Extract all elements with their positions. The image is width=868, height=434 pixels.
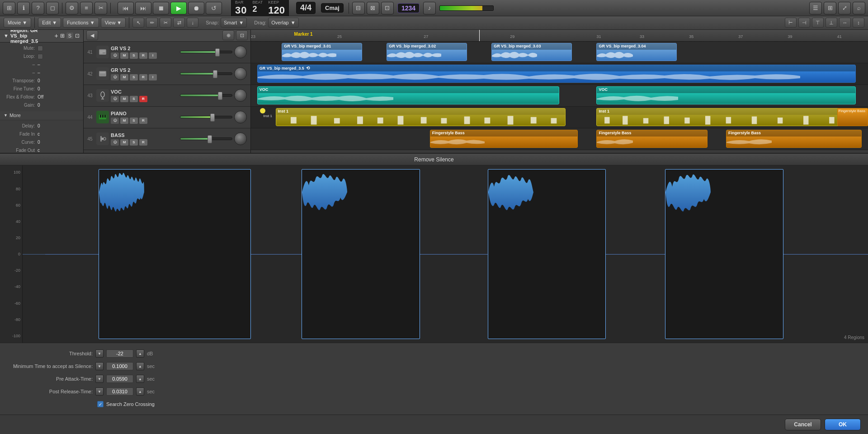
- track-add-btn[interactable]: ⊕: [222, 30, 234, 40]
- stretch-v-btn[interactable]: ↕: [853, 18, 864, 28]
- functions-menu[interactable]: Functions ▼: [63, 18, 99, 28]
- track-44-fader[interactable]: [180, 116, 233, 118]
- transpose-value[interactable]: 0: [38, 78, 40, 83]
- region-bass-3[interactable]: Fingerstyle Bass: [726, 130, 862, 148]
- track-41-fader[interactable]: [180, 51, 233, 53]
- more-section[interactable]: ▼ More: [0, 111, 83, 120]
- rs-threshold-value[interactable]: -22: [106, 349, 133, 358]
- track-42-mute[interactable]: M: [120, 74, 128, 80]
- rs-postrelease-down[interactable]: ▼: [95, 387, 104, 396]
- lcd-display[interactable]: 1234: [397, 3, 420, 13]
- track-43-pan[interactable]: [234, 89, 247, 102]
- gain-value[interactable]: 0: [38, 103, 40, 108]
- tool3[interactable]: ✂: [160, 18, 171, 28]
- finetune-value[interactable]: 0: [38, 86, 40, 91]
- track-41-solo[interactable]: S: [130, 52, 138, 59]
- record-btn[interactable]: ⏺: [188, 2, 204, 14]
- snap-dropdown[interactable]: Smart ▼: [221, 18, 247, 28]
- region-voc-2[interactable]: VOC: [596, 86, 855, 104]
- mixer-btn[interactable]: ≡: [80, 2, 93, 14]
- track-43-power[interactable]: ⏻: [111, 96, 119, 102]
- track-44-mute[interactable]: M: [120, 118, 128, 124]
- track-45-mute[interactable]: M: [120, 139, 128, 146]
- search-btn[interactable]: ⌕: [853, 2, 865, 14]
- delay-value[interactable]: 0: [38, 123, 40, 128]
- region-bass-2[interactable]: Fingerstyle Bass: [596, 130, 708, 148]
- track-41-pan[interactable]: [234, 46, 247, 58]
- align-right-btn[interactable]: ⊣: [798, 18, 810, 28]
- stretch-h-btn[interactable]: ↔: [839, 18, 851, 28]
- region-bass-1[interactable]: Fingerstyle Bass: [430, 130, 578, 148]
- align-bottom-btn[interactable]: ⊥: [826, 18, 837, 28]
- track-44-pan[interactable]: [234, 111, 247, 123]
- track-config-btn[interactable]: ⊡: [236, 30, 248, 40]
- track-42-power[interactable]: ⏻: [111, 74, 119, 80]
- rs-postrelease-value[interactable]: 0.0310: [106, 387, 133, 396]
- track-42-fader[interactable]: [180, 72, 233, 75]
- align-top-btn[interactable]: ⊤: [812, 18, 824, 28]
- fullscreen-btn[interactable]: ⤢: [838, 2, 851, 14]
- save-btn[interactable]: ◻: [46, 2, 59, 14]
- info-btn[interactable]: ℹ: [17, 2, 30, 14]
- rewind-btn[interactable]: ⏮: [118, 2, 134, 14]
- region-expand-btn[interactable]: ⊡: [75, 33, 80, 39]
- rs-postrelease-up[interactable]: ▲: [136, 387, 144, 396]
- rs-threshold-up[interactable]: ▲: [136, 349, 144, 358]
- align-left-btn[interactable]: ⊢: [785, 18, 797, 28]
- track-41-power[interactable]: ⏻: [111, 52, 119, 59]
- track-45-pan[interactable]: [234, 132, 247, 145]
- region-piano-1[interactable]: Inst 1: [276, 108, 566, 126]
- bounce-btn[interactable]: ⊠: [367, 2, 379, 14]
- track-43-fader[interactable]: [180, 94, 233, 97]
- region-add-btn[interactable]: +: [54, 32, 58, 39]
- key-display[interactable]: Cmaj: [321, 3, 344, 13]
- track-44-read[interactable]: R: [139, 118, 147, 124]
- rs-mintime-up[interactable]: ▲: [136, 362, 144, 370]
- cycle-btn[interactable]: ↺: [206, 2, 222, 14]
- rs-threshold-down[interactable]: ▼: [95, 349, 104, 358]
- loop-checkbox[interactable]: [38, 54, 43, 59]
- region-grid-btn[interactable]: ⊞: [60, 33, 65, 39]
- rs-preattack-down[interactable]: ▼: [95, 375, 104, 383]
- fast-forward-btn[interactable]: ⏭: [135, 2, 151, 14]
- window-list-btn[interactable]: ☰: [809, 2, 822, 14]
- track-43-rec[interactable]: R: [139, 96, 147, 102]
- track-44-power[interactable]: ⏻: [111, 118, 119, 124]
- region-merged-35[interactable]: GR VS_bip merged_3.5 ⟲: [257, 65, 856, 83]
- mute-checkbox[interactable]: [38, 46, 43, 51]
- edit-menu[interactable]: Edit ▼: [38, 18, 61, 28]
- tool2[interactable]: ✏: [146, 18, 158, 28]
- track-44-solo[interactable]: S: [130, 118, 138, 124]
- rs-mintime-value[interactable]: 0.1000: [106, 362, 133, 370]
- track-43-mute[interactable]: M: [120, 96, 128, 102]
- tool1[interactable]: ↖: [132, 18, 144, 28]
- flex-value[interactable]: Off: [38, 94, 43, 99]
- track-41-inst[interactable]: I: [149, 52, 157, 59]
- tool5[interactable]: ↓: [187, 18, 198, 28]
- movie-menu[interactable]: Movie ▼: [4, 18, 31, 28]
- track-45-read[interactable]: R: [139, 139, 147, 146]
- tool4[interactable]: ⇄: [173, 18, 185, 28]
- rs-zero-checkbox[interactable]: ✓: [97, 401, 104, 407]
- settings-btn[interactable]: ⚙: [66, 2, 78, 14]
- region-3-01[interactable]: GR VS_bip merged_3.01: [282, 43, 362, 61]
- rs-cancel-btn[interactable]: Cancel: [785, 419, 821, 430]
- app-icon-btn[interactable]: ⊞: [3, 2, 15, 14]
- region-3-02[interactable]: GR VS_bip merged_3.02: [387, 43, 467, 61]
- track-42-inst[interactable]: I: [149, 74, 157, 80]
- rs-preattack-value[interactable]: 0.0590: [106, 375, 133, 383]
- time-sig-display[interactable]: 4/4: [296, 2, 316, 14]
- fadeout-value[interactable]: c: [38, 148, 40, 153]
- track-41-mute[interactable]: M: [120, 52, 128, 59]
- region-piano-2[interactable]: Inst 1: [596, 108, 855, 126]
- track-42-read[interactable]: R: [139, 74, 147, 80]
- rs-preattack-up[interactable]: ▲: [136, 375, 144, 383]
- region-3-03[interactable]: GR VS_bip merged_3.03: [491, 43, 571, 61]
- curve1-value[interactable]: 0: [38, 140, 40, 145]
- plug-btn[interactable]: ⊡: [381, 2, 394, 14]
- region-3-04[interactable]: GR VS_bip merged_3.04: [596, 43, 676, 61]
- track-45-power[interactable]: ⏻: [111, 139, 119, 146]
- view-menu[interactable]: View ▼: [101, 18, 126, 28]
- rs-mintime-down[interactable]: ▼: [95, 362, 104, 370]
- track-45-fader[interactable]: [180, 137, 233, 140]
